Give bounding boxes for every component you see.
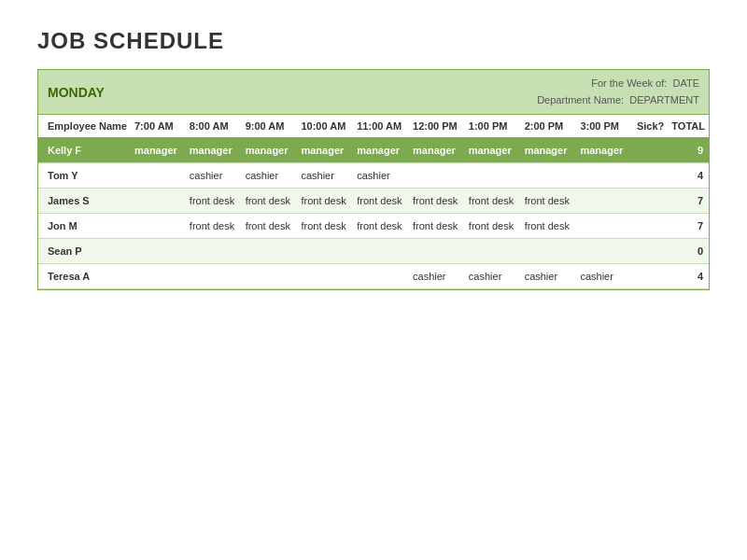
time-slot: front desk [409, 214, 465, 239]
sick-value [631, 214, 668, 239]
time-slot: cashier [242, 163, 298, 189]
total-value: 0 [668, 239, 709, 264]
time-slot: front desk [521, 189, 577, 214]
col-header-900: 9:00 AM [242, 115, 298, 138]
time-slot [186, 264, 242, 289]
time-slot: cashier [409, 264, 465, 289]
col-header-sick: Sick? [631, 115, 668, 138]
time-slot [131, 163, 186, 189]
time-slot [131, 214, 186, 239]
time-slot [521, 239, 577, 264]
time-slot [242, 239, 298, 264]
time-slot: manager [465, 138, 521, 163]
table-row: Jon Mfront deskfront deskfront deskfront… [38, 214, 709, 239]
total-value: 4 [668, 264, 709, 289]
time-slot: front desk [186, 214, 242, 239]
table-row: Kelly Fmanagermanagermanagermanagermanag… [38, 138, 709, 163]
schedule-container: MONDAY For the Week of: DATE Department … [37, 69, 710, 290]
time-slot: front desk [465, 214, 521, 239]
time-slot: manager [521, 138, 577, 163]
time-slot: front desk [297, 189, 353, 214]
time-slot: front desk [353, 189, 409, 214]
col-header-total: TOTAL [668, 115, 709, 138]
time-slot: front desk [521, 214, 577, 239]
total-value: 9 [668, 138, 709, 163]
time-slot: manager [131, 138, 186, 163]
total-value: 7 [668, 189, 709, 214]
time-slot [242, 264, 298, 289]
employee-name: James S [38, 189, 131, 214]
time-slot [576, 214, 631, 239]
employee-name: Teresa A [38, 264, 131, 289]
total-value: 7 [668, 214, 709, 239]
time-slot: front desk [353, 214, 409, 239]
time-slot: manager [576, 138, 631, 163]
dept-info: Department Name: DEPARTMENT [537, 92, 699, 109]
time-slot: cashier [186, 163, 242, 189]
schedule-table: Employee Name 7:00 AM 8:00 AM 9:00 AM 10… [38, 115, 709, 289]
time-slot: front desk [409, 189, 465, 214]
header-right: For the Week of: DATE Department Name: D… [537, 76, 699, 108]
table-row: Teresa Acashiercashiercashiercashier4 [38, 264, 709, 289]
week-label: For the Week of: [591, 77, 667, 89]
sick-value [631, 189, 668, 214]
time-slot [297, 264, 353, 289]
time-slot: front desk [297, 214, 353, 239]
time-slot: front desk [465, 189, 521, 214]
employee-name: Kelly F [38, 138, 131, 163]
col-header-800: 8:00 AM [186, 115, 242, 138]
dept-value: DEPARTMENT [629, 94, 699, 105]
time-slot [353, 239, 409, 264]
time-slot: cashier [465, 264, 521, 289]
time-slot [131, 264, 186, 289]
employee-name: Tom Y [38, 163, 131, 189]
col-header-100: 1:00 PM [465, 115, 521, 138]
time-slot [521, 163, 577, 189]
col-header-300: 3:00 PM [576, 115, 631, 138]
header-row: MONDAY For the Week of: DATE Department … [38, 70, 709, 115]
time-slot: front desk [242, 189, 298, 214]
table-row: James Sfront deskfront deskfront deskfro… [38, 189, 709, 214]
time-slot: manager [186, 138, 242, 163]
employee-name: Jon M [38, 214, 131, 239]
time-slot [576, 163, 631, 189]
time-slot: cashier [353, 163, 409, 189]
sick-value [631, 163, 668, 189]
time-slot: front desk [186, 189, 242, 214]
time-slot [576, 239, 631, 264]
table-row: Tom Ycashiercashiercashiercashier4 [38, 163, 709, 189]
time-slot [297, 239, 353, 264]
time-slot [131, 189, 186, 214]
time-slot [409, 163, 465, 189]
col-header-1100: 11:00 AM [353, 115, 409, 138]
table-row: Sean P0 [38, 239, 709, 264]
col-header-name: Employee Name [38, 115, 131, 138]
sick-value [631, 239, 668, 264]
time-slot: manager [353, 138, 409, 163]
col-header-700: 7:00 AM [131, 115, 186, 138]
sick-value [631, 264, 668, 289]
employee-name: Sean P [38, 239, 131, 264]
page-title: JOB SCHEDULE [37, 28, 710, 54]
time-slot: cashier [297, 163, 353, 189]
time-slot: cashier [576, 264, 631, 289]
time-slot [131, 239, 186, 264]
time-slot: cashier [521, 264, 577, 289]
sick-value [631, 138, 668, 163]
time-slot: manager [409, 138, 465, 163]
time-slot [409, 239, 465, 264]
time-slot: front desk [242, 214, 298, 239]
table-header-row: Employee Name 7:00 AM 8:00 AM 9:00 AM 10… [38, 115, 709, 138]
time-slot [186, 239, 242, 264]
week-value: DATE [672, 77, 699, 89]
total-value: 4 [668, 163, 709, 189]
col-header-1200: 12:00 PM [409, 115, 465, 138]
time-slot: manager [297, 138, 353, 163]
time-slot [576, 189, 631, 214]
week-info: For the Week of: DATE [537, 76, 699, 92]
col-header-1000: 10:00 AM [297, 115, 353, 138]
col-header-200: 2:00 PM [521, 115, 577, 138]
time-slot [465, 163, 521, 189]
time-slot [465, 239, 521, 264]
day-label: MONDAY [48, 85, 105, 100]
